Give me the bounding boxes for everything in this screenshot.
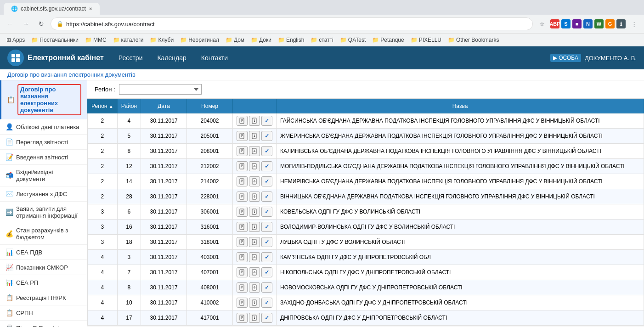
- confirm-button[interactable]: ✓: [261, 282, 272, 293]
- sidebar-item-account[interactable]: 👤 Облікові дані платника: [0, 119, 87, 135]
- nav-link-contacts[interactable]: Контакти: [194, 46, 235, 69]
- bookmark-doki[interactable]: 📁 Доки: [248, 36, 274, 44]
- bookmark-english[interactable]: 📁 English: [275, 36, 307, 44]
- nav-link-registry[interactable]: Реєстри: [111, 46, 150, 69]
- confirm-button[interactable]: ✓: [261, 192, 272, 202]
- pdf-download-button[interactable]: [249, 298, 260, 308]
- browser-toolbar: ← → ↻ 🔒 https://cabinet.sfs.gov.ua/contr…: [0, 15, 644, 33]
- pdf-view-button[interactable]: [237, 192, 248, 202]
- pdf-download-button[interactable]: [249, 146, 260, 156]
- bookmark-petanque[interactable]: 📁 Petanque: [369, 36, 407, 44]
- address-bar[interactable]: 🔒 https://cabinet.sfs.gov.ua/contract: [51, 17, 533, 30]
- pdf-view-button[interactable]: [237, 267, 248, 277]
- reload-button[interactable]: ↻: [35, 17, 48, 30]
- sidebar: 📋 Договір про визнання електронних докум…: [0, 80, 87, 327]
- pdf-view-button[interactable]: [237, 161, 248, 171]
- bookmark-postachalnyki[interactable]: 📁 Постачальники: [28, 36, 81, 44]
- cell-rayon: 17: [117, 310, 141, 326]
- forward-button[interactable]: →: [19, 17, 32, 30]
- pdf-view-button[interactable]: [237, 222, 248, 232]
- confirm-button[interactable]: ✓: [261, 237, 272, 247]
- confirm-button[interactable]: ✓: [261, 267, 272, 277]
- confirm-button[interactable]: ✓: [261, 161, 272, 171]
- sidebar-item-sea-rp[interactable]: 📊 СЕА РП: [0, 275, 87, 290]
- pdf-view-button[interactable]: [237, 237, 248, 247]
- sidebar-item-smkor[interactable]: 📈 Показники СМКОР: [0, 260, 87, 275]
- pdf-view-button[interactable]: [237, 313, 248, 323]
- sidebar-item-budget[interactable]: 💰 Стан розрахунків з бюджетом: [0, 223, 87, 245]
- pdf-view-button[interactable]: [237, 207, 248, 217]
- confirm-button[interactable]: ✓: [261, 207, 272, 217]
- confirm-button[interactable]: ✓: [261, 313, 272, 323]
- sidebar-item-registration[interactable]: 📋 Реєстрація ПН/РК: [0, 290, 87, 305]
- region-select[interactable]: [119, 84, 202, 95]
- table-row: 2 5 30.11.2017 205001: [88, 129, 644, 144]
- sidebar-item-view-reports[interactable]: 📄 Перегляд звітності: [0, 135, 87, 150]
- confirm-button[interactable]: ✓: [261, 146, 272, 156]
- confirm-button[interactable]: ✓: [261, 298, 272, 308]
- browser-tab[interactable]: 🌐 cabinet.sfs.gov.ua/contract ✕: [4, 3, 100, 15]
- table-row: 2 12 30.11.2017 212002: [88, 159, 644, 174]
- bookmark-dom[interactable]: 📁 Дом: [223, 36, 247, 44]
- cell-date: 30.11.2017: [141, 295, 187, 310]
- sidebar-item-docs[interactable]: 📬 Вхідні/вихідні документи: [0, 165, 87, 186]
- confirm-button[interactable]: ✓: [261, 176, 272, 186]
- nav-link-calendar[interactable]: Календар: [150, 46, 193, 69]
- bookmark-katalogy[interactable]: 📁 каталоги: [110, 36, 147, 44]
- bookmark-neoriginal[interactable]: 📁 Неоригинал: [177, 36, 222, 44]
- pdf-download-button[interactable]: [249, 176, 260, 186]
- pdf-download-button[interactable]: [249, 237, 260, 247]
- pdf-download-button[interactable]: [249, 116, 260, 126]
- pdf-download-button[interactable]: [249, 313, 260, 323]
- col-header-name[interactable]: Назва: [277, 99, 644, 113]
- confirm-button[interactable]: ✓: [261, 252, 272, 262]
- pdf-view-button[interactable]: [237, 116, 248, 126]
- pdf-view-button[interactable]: [237, 131, 248, 141]
- region-filter-label: Регіон :: [95, 86, 115, 93]
- pdf-view-button[interactable]: [237, 146, 248, 156]
- pdf-download-button[interactable]: [249, 267, 260, 277]
- pdf-download-button[interactable]: [249, 192, 260, 202]
- pdf-download-button[interactable]: [249, 207, 260, 217]
- sidebar-item-pilot[interactable]: 🖨️ Пілот E-Receipt: [0, 321, 87, 327]
- sidebar-item-correspondence[interactable]: ✉️ Листування з ДФС: [0, 186, 87, 202]
- bookmark-statti[interactable]: 📁 статті: [308, 36, 336, 44]
- confirm-button[interactable]: ✓: [261, 222, 272, 232]
- confirm-button[interactable]: ✓: [261, 116, 272, 126]
- breadcrumb-link[interactable]: Договір про визнання електронних докумен…: [7, 71, 136, 78]
- bookmark-apps[interactable]: ⊞ Apps: [4, 36, 28, 44]
- sidebar-item-enter-reports[interactable]: 📝 Введення звітності: [0, 150, 87, 165]
- pdf-download-button[interactable]: [249, 252, 260, 262]
- pdf-view-button[interactable]: [237, 252, 248, 262]
- pdf-view-button[interactable]: [237, 282, 248, 293]
- pdf-download-button[interactable]: [249, 282, 260, 293]
- sidebar-item-erpn[interactable]: 📋 ЄРПН: [0, 305, 87, 321]
- menu-button[interactable]: ⋮: [627, 17, 640, 30]
- col-header-region[interactable]: Регіон ▲: [88, 99, 118, 113]
- sidebar-item-sea-pdv[interactable]: 📊 СЕА ПДВ: [0, 245, 87, 260]
- bookmark-qatest[interactable]: 📁 QATest: [337, 36, 368, 44]
- pdf-download-button[interactable]: [249, 222, 260, 232]
- tab-title: cabinet.sfs.gov.ua/contract: [21, 6, 86, 12]
- close-icon[interactable]: ✕: [89, 6, 92, 11]
- sidebar-item-requests[interactable]: ➡️ Заяви, запити для отримання інформаці…: [0, 202, 87, 223]
- svg-rect-46: [240, 224, 244, 230]
- ext4-icon: ℹ: [616, 19, 626, 28]
- col-header-date[interactable]: Дата: [141, 99, 187, 113]
- bookmark-other[interactable]: 📁 Other Bookmarks: [445, 36, 502, 44]
- back-button[interactable]: ←: [4, 17, 17, 30]
- bookmark-mms[interactable]: 📁 ММС: [82, 36, 109, 44]
- sidebar-item-contract[interactable]: 📋 Договір про визнання електронних докум…: [0, 80, 87, 119]
- pdf-view-button[interactable]: [237, 176, 248, 186]
- folder-icon-7: 📁: [251, 37, 258, 43]
- pdf-download-button[interactable]: [249, 161, 260, 171]
- bookmark-pixellu[interactable]: 📁 PIXELLU: [408, 36, 444, 44]
- col-header-number[interactable]: Номер: [187, 99, 233, 113]
- col-header-rayon[interactable]: Район: [117, 99, 141, 113]
- app-container: Електронний кабінет Реєстри Календар Кон…: [0, 46, 644, 327]
- pdf-download-button[interactable]: [249, 131, 260, 141]
- bookmark-kluby[interactable]: 📁 Клуби: [147, 36, 176, 44]
- confirm-button[interactable]: ✓: [261, 131, 272, 141]
- bookmark-star-button[interactable]: ☆: [536, 17, 548, 30]
- pdf-view-button[interactable]: [237, 298, 248, 308]
